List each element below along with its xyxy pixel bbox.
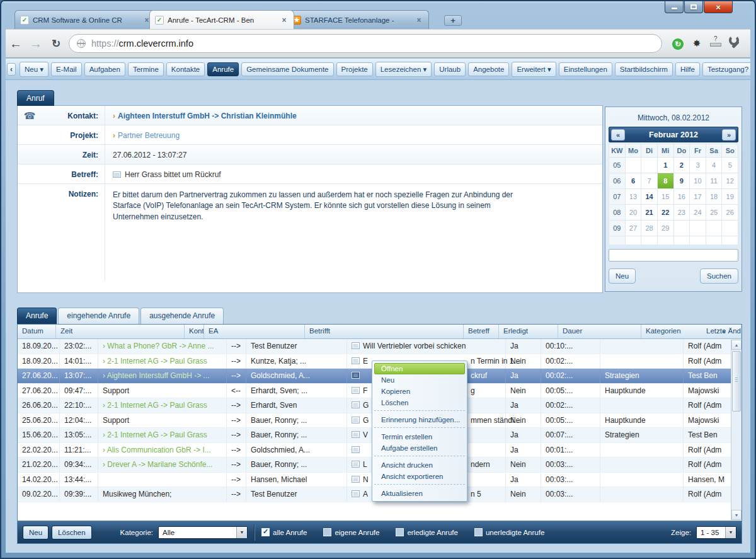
reload-button[interactable]: ↻ [46, 37, 66, 50]
tab-close-icon[interactable]: × [415, 16, 423, 25]
filter-checkbox[interactable]: eigene Anrufe [323, 528, 379, 536]
calendar-day-cell[interactable]: 17 [690, 189, 706, 205]
calendar-day-cell[interactable]: 15 [657, 189, 673, 205]
calendar-day-cell[interactable]: 22 [657, 205, 673, 221]
browser-tab[interactable]: ✓ Anrufe - TecArt-CRM - Ben × [149, 10, 294, 29]
context-menu-item[interactable]: Termin erstellen [374, 431, 465, 442]
address-bar[interactable]: https://crm.clevercrm.info [69, 34, 662, 53]
calendar-day-cell[interactable]: 1 [657, 158, 673, 173]
cell-kontakt-link[interactable]: › 2-1 Internet AG -> Paul Grass [98, 398, 227, 413]
column-header[interactable]: Betreff [464, 325, 499, 338]
calendar-search-input[interactable] [609, 249, 738, 262]
calendar-neu-button[interactable]: Neu [609, 268, 636, 284]
calendar-day-cell[interactable]: 3 [690, 158, 706, 173]
table-scrollbar[interactable]: ▲ ▼ [731, 340, 742, 520]
cell-kontakt-link[interactable]: › Aighteen Interstuff GmbH -> ... [98, 369, 227, 383]
context-menu-item[interactable]: Ansicht exportieren [374, 471, 465, 485]
filter-checkbox[interactable]: unerledigte Anrufe [474, 528, 544, 536]
nav-item[interactable]: Urlaub [434, 62, 466, 76]
calendar-day-cell[interactable]: 24 [690, 205, 706, 221]
context-menu-item[interactable]: Aktualisieren [374, 488, 465, 499]
calendar-day-cell[interactable]: 28 [641, 221, 658, 236]
filter-checkbox[interactable]: alle Anrufe [261, 528, 307, 536]
nav-scroll-left-button[interactable]: ‹ [7, 63, 16, 76]
kategorie-select[interactable]: Alle ▼ [158, 526, 248, 539]
table-row[interactable]: 18.09.20... 23:02:... › What a Phone? Gb… [18, 339, 742, 354]
nav-item[interactable]: Aufgaben [84, 62, 125, 76]
calendar-day-cell[interactable] [625, 158, 641, 173]
column-header[interactable]: EA [204, 325, 305, 338]
calendar-day-cell[interactable]: 29 [657, 221, 673, 236]
calendar-day-cell[interactable] [673, 221, 690, 236]
loeschen-button[interactable]: Löschen [52, 526, 91, 539]
calls-tab[interactable]: ausgehende Anrufe [140, 308, 224, 324]
calendar-day-cell[interactable]: 9 [673, 173, 690, 189]
checkbox-icon[interactable] [396, 528, 404, 536]
column-header[interactable]: Erledigt [499, 325, 558, 338]
calls-tab[interactable]: eingehende Anrufe [58, 308, 139, 324]
calendar-day-cell[interactable]: 19 [722, 189, 738, 205]
cell-kontakt-link[interactable]: Musikweg München; [98, 487, 227, 502]
checkbox-icon[interactable] [261, 528, 270, 536]
neu-button[interactable]: Neu [23, 526, 49, 539]
calendar-day-cell[interactable]: 10 [690, 173, 706, 189]
column-header[interactable]: Zeit [56, 325, 185, 338]
cell-kontakt-link[interactable]: › What a Phone? GbR -> Anne ... [98, 339, 227, 354]
calendar-day-cell[interactable]: 14 [641, 189, 658, 205]
new-tab-button[interactable]: + [444, 15, 462, 26]
cell-kontakt-link[interactable]: › Alis Communication GbR -> I... [98, 443, 227, 458]
scrollbar-thumb[interactable] [732, 351, 741, 412]
maximize-button[interactable] [684, 1, 703, 13]
tab-close-icon[interactable]: × [280, 16, 289, 25]
bug-extension-button[interactable]: ✸ [687, 38, 706, 49]
calendar-day-cell[interactable] [722, 221, 738, 236]
browser-tab[interactable]: ★ STARFACE Telefonanlage - × [287, 10, 429, 29]
calendar-day-cell[interactable] [690, 221, 706, 236]
back-button[interactable]: ← [6, 37, 26, 51]
minimize-button[interactable] [665, 1, 684, 13]
scroll-down-icon[interactable]: ▼ [731, 510, 742, 520]
checkbox-icon[interactable] [323, 528, 331, 536]
nav-item[interactable]: Startbildschirm [615, 62, 673, 76]
calendar-day-cell[interactable]: 7 [641, 173, 658, 189]
calendar-day-cell[interactable]: 13 [625, 189, 641, 205]
nav-item[interactable]: Anrufe [207, 62, 239, 76]
nav-item[interactable]: Erweitert ▾ [512, 62, 556, 77]
column-header[interactable]: Kategorien [641, 325, 702, 338]
context-menu-item[interactable]: Öffnen [374, 363, 465, 374]
kontakt-link[interactable]: ›Aighteen Interstuff GmbH -> Christian K… [105, 106, 602, 125]
column-header[interactable]: Datum [18, 325, 56, 338]
browser-tab[interactable]: ✓ CRM Software & Online CR × [14, 10, 157, 29]
cell-kontakt-link[interactable]: › 2-1 Internet AG -> Paul Grass [98, 354, 227, 369]
calendar-next-button[interactable]: » [722, 129, 736, 141]
context-menu-item[interactable]: Aufgabe erstellen [374, 442, 465, 456]
nav-item[interactable]: Termine [128, 62, 164, 76]
nav-item[interactable]: Hilfe [675, 62, 700, 76]
calendar-day-cell[interactable]: 5 [722, 158, 738, 173]
calendar-suchen-button[interactable]: Suchen [700, 268, 738, 284]
wrench-menu-button[interactable] [725, 36, 744, 51]
cell-kontakt-link[interactable] [98, 473, 227, 487]
nav-item[interactable]: Kontakte [166, 62, 205, 76]
context-menu-item[interactable]: Löschen [374, 397, 465, 411]
zeige-select[interactable]: 1 - 35 ▼ [696, 526, 736, 539]
context-menu-item[interactable]: Kopieren [374, 386, 465, 397]
calendar-day-cell[interactable] [641, 158, 658, 173]
cell-kontakt-link[interactable]: › Drever A -> Marilane Schönfe... [98, 458, 227, 472]
calls-tab[interactable]: Anrufe [17, 308, 57, 324]
forward-button[interactable]: → [26, 37, 46, 51]
calendar-day-cell[interactable]: 27 [625, 221, 641, 236]
filter-checkbox[interactable]: erledigte Anrufe [396, 528, 458, 536]
cell-kontakt-link[interactable]: Support [98, 413, 227, 428]
calendar-day-cell[interactable]: 26 [722, 205, 738, 221]
calendar-day-cell[interactable]: 6 [625, 173, 641, 189]
nav-item[interactable]: Neu ▾ [20, 62, 49, 77]
calendar-day-cell[interactable]: 11 [706, 173, 722, 189]
nav-item[interactable]: Einstellungen [559, 62, 612, 76]
tab-anruf[interactable]: Anruf [17, 90, 54, 106]
close-button[interactable]: × [704, 1, 733, 13]
calendar-day-cell[interactable]: 12 [722, 173, 738, 189]
context-menu-item[interactable]: Ansicht drucken [374, 459, 465, 471]
calendar-day-cell[interactable]: 18 [706, 189, 722, 205]
calendar-day-cell[interactable]: 16 [673, 189, 690, 205]
